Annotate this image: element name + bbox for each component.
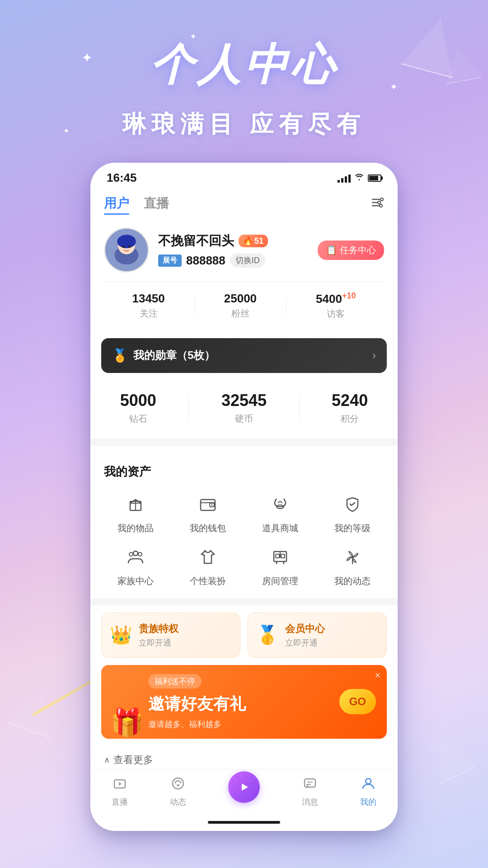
asset-dynamic[interactable]: 我的动态 — [321, 543, 384, 587]
signal-icon — [338, 174, 351, 183]
nav-mine[interactable]: 我的 — [360, 776, 376, 807]
peek-arrow-icon: ∧ — [104, 755, 110, 765]
member-sub: 立即开通 — [285, 637, 325, 648]
nav-live[interactable]: 直播 — [112, 776, 128, 807]
zhanghao-badge: 展号 — [158, 255, 182, 267]
svg-point-5 — [380, 204, 382, 207]
svg-rect-15 — [201, 500, 215, 510]
phone-container: 16:45 用户 直播 — [0, 163, 488, 831]
asset-shop[interactable]: 道具商城 — [249, 491, 312, 534]
mine-nav-label: 我的 — [360, 797, 376, 807]
medal-text: 我的勋章（5枚） — [133, 348, 215, 363]
member-card[interactable]: 🥇 会员中心 立即开通 — [248, 613, 387, 658]
family-label: 家族中心 — [117, 575, 154, 587]
bottom-navigation: 直播 动态 — [90, 769, 398, 816]
nobility-icon: 👑 — [110, 624, 132, 646]
currency-diamond[interactable]: 5000 钻石 — [120, 391, 156, 425]
stat-follow[interactable]: 13450 关注 — [132, 292, 164, 320]
asset-items[interactable]: 我的物品 — [104, 491, 167, 534]
profile-section: 不挽留不回头 🔥 51 展号 888888 切换ID — [90, 217, 398, 338]
stat-fans[interactable]: 25000 粉丝 — [224, 292, 257, 320]
medal-icon: 🏅 — [112, 348, 128, 363]
hero-section: 个人中心 琳琅满目 应有尽有 — [0, 0, 488, 140]
live-nav-label: 直播 — [112, 797, 128, 807]
asset-wallet[interactable]: 我的钱包 — [176, 491, 239, 534]
nav-message[interactable]: 消息 — [302, 776, 318, 807]
svg-point-3 — [380, 198, 383, 201]
stat-visitor[interactable]: 5400+10 访客 — [316, 291, 356, 320]
svg-point-10 — [122, 245, 125, 248]
banner-tag: 福利送不停 — [148, 674, 202, 689]
profile-name: 不挽留不回头 — [158, 232, 234, 250]
svg-point-9 — [117, 235, 136, 248]
task-center-button[interactable]: 📋 任务中心 — [318, 241, 384, 260]
nav-center[interactable] — [228, 780, 260, 803]
shield-icon — [339, 491, 366, 518]
outfit-label: 个性装扮 — [190, 575, 226, 587]
banner-close-button[interactable]: × — [375, 670, 380, 681]
tab-user[interactable]: 用户 — [104, 195, 129, 212]
assets-title: 我的资产 — [104, 464, 384, 480]
avatar[interactable] — [104, 227, 149, 273]
svg-point-4 — [378, 201, 380, 204]
message-nav-icon — [303, 776, 317, 794]
diamond-value: 5000 — [120, 391, 156, 410]
svg-point-22 — [138, 552, 142, 556]
nav-dynamic[interactable]: 动态 — [170, 776, 186, 807]
play-nav-button[interactable] — [228, 771, 260, 803]
level-label: 我的等级 — [334, 522, 371, 534]
asset-level[interactable]: 我的等级 — [321, 491, 384, 534]
svg-rect-25 — [281, 554, 285, 558]
medal-arrow-icon: › — [372, 349, 376, 362]
svg-point-21 — [129, 552, 133, 556]
assets-grid: 我的物品 我的钱包 — [104, 491, 384, 587]
points-label: 积分 — [332, 413, 368, 425]
svg-point-33 — [177, 784, 179, 786]
visitor-value: 5400+10 — [316, 291, 356, 306]
status-bar: 16:45 — [90, 163, 398, 189]
member-icon: 🥇 — [256, 624, 279, 646]
cube-icon — [122, 491, 149, 518]
currency-coin[interactable]: 32545 硬币 — [221, 391, 267, 425]
pinwheel-icon — [339, 543, 366, 571]
visitor-label: 访客 — [316, 308, 356, 320]
home-indicator-bar — [90, 816, 398, 831]
banner-gift-icon: 🎁 — [110, 707, 144, 739]
svg-point-32 — [173, 778, 183, 789]
tab-live[interactable]: 直播 — [144, 195, 169, 212]
medal-section[interactable]: 🏅 我的勋章（5枚） › — [101, 338, 387, 373]
status-time: 16:45 — [107, 171, 137, 185]
dynamic-label: 我的动态 — [334, 575, 371, 587]
section-divider — [90, 439, 398, 446]
vip-section: 👑 贵族特权 立即开通 🥇 会员中心 立即开通 — [101, 613, 387, 658]
currency-points[interactable]: 5240 积分 — [332, 391, 368, 425]
wallet-label: 我的钱包 — [190, 522, 226, 534]
member-name: 会员中心 — [285, 622, 325, 636]
shirt-icon — [194, 543, 221, 571]
asset-outfit[interactable]: 个性装扮 — [176, 543, 239, 587]
level-badge: 🔥 51 — [239, 235, 268, 247]
profile-stats: 13450 关注 25000 粉丝 5400+10 访客 — [104, 282, 384, 329]
peek-label: 查看更多 — [113, 753, 153, 767]
switch-id-button[interactable]: 切换ID — [230, 253, 265, 268]
mine-nav-icon — [361, 776, 375, 794]
follow-value: 13450 — [132, 292, 164, 306]
shop-icon — [267, 491, 294, 518]
coin-value: 32545 — [221, 391, 267, 410]
wallet-icon — [194, 491, 221, 518]
nobility-card[interactable]: 👑 贵族特权 立即开通 — [101, 613, 240, 658]
settings-icon[interactable] — [371, 197, 384, 211]
nobility-sub: 立即开通 — [139, 637, 178, 648]
asset-family[interactable]: 家族中心 — [104, 543, 167, 587]
coin-label: 硬币 — [221, 413, 267, 425]
banner-go-button[interactable]: GO — [339, 689, 376, 714]
message-nav-label: 消息 — [302, 797, 318, 807]
profile-info: 不挽留不回头 🔥 51 展号 888888 切换ID — [158, 232, 268, 268]
nobility-name: 贵族特权 — [139, 622, 178, 636]
asset-room[interactable]: 房间管理 — [249, 543, 312, 587]
banner-subtitle: 邀请越多、福利越多 — [148, 719, 376, 730]
svg-point-37 — [366, 778, 371, 784]
battery-icon — [368, 175, 381, 182]
hero-title: 个人中心 — [0, 36, 488, 95]
svg-point-18 — [211, 504, 213, 505]
